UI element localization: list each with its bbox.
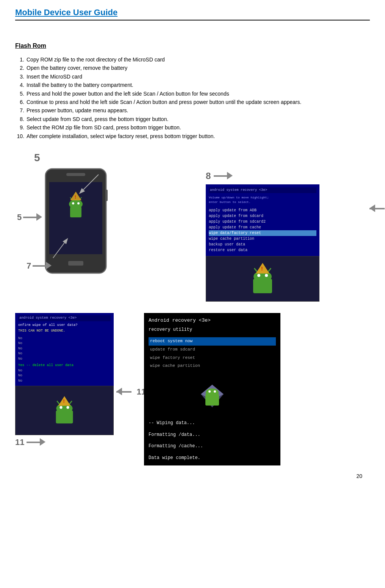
instruction-item-4: 4. Install the battery to the battery co… bbox=[15, 81, 370, 89]
android-recovery-screen: Android recovery <3e> recovery utility r… bbox=[144, 313, 280, 465]
svg-rect-2 bbox=[66, 173, 85, 176]
confirm-no-5: No bbox=[18, 357, 111, 362]
confirm-question: onfirm wipe of all user data? bbox=[18, 323, 111, 328]
recovery-item-7: backup user data bbox=[209, 242, 316, 247]
recovery-item-5-selected: wipe data/factory reset bbox=[209, 230, 316, 236]
recovery-item-1: apply update from ADB bbox=[209, 208, 316, 213]
svg-point-8 bbox=[77, 202, 80, 204]
android-recovery-subtitle: recovery utility bbox=[149, 326, 276, 333]
instruction-item-2: 2. Open the battery cover, remove the ba… bbox=[15, 64, 370, 72]
confirm-title: android system recovery <3e> bbox=[18, 315, 111, 321]
recovery-screen-top: android system recovery <3e> Volume up/d… bbox=[206, 184, 319, 256]
recovery-robot-svg: ! bbox=[244, 260, 282, 298]
recovery-item-8: restore user data bbox=[209, 247, 316, 253]
svg-text:!: ! bbox=[75, 195, 76, 200]
svg-point-6 bbox=[69, 200, 83, 209]
recovery-screen-wrapper: android system recovery <3e> Volume up/d… bbox=[206, 184, 370, 302]
phone-diagram-container: 5 5 bbox=[15, 152, 191, 278]
confirm-no-6: No bbox=[18, 368, 111, 374]
recovery-title: android system recovery <3e> bbox=[209, 187, 316, 193]
recovery-item-3: apply update from sdcard2 bbox=[209, 219, 316, 225]
android-recovery-item-4: wipe cache partition bbox=[149, 362, 276, 370]
arrow-11-bottom bbox=[27, 439, 45, 446]
svg-point-37 bbox=[208, 390, 211, 393]
step-8-indicator: 8 bbox=[206, 171, 370, 181]
instruction-item-8: 8. Select update from SD card, press the… bbox=[15, 115, 370, 123]
final-robot-area bbox=[149, 383, 276, 413]
svg-rect-4 bbox=[105, 190, 108, 201]
arrow-7 bbox=[33, 262, 52, 270]
page-number: 20 bbox=[15, 473, 370, 479]
instruction-item-10: 10. After complete installation, select … bbox=[15, 132, 370, 140]
svg-rect-3 bbox=[68, 261, 83, 266]
android-recovery-title: Android recovery <3e> bbox=[149, 317, 276, 325]
images-row-1: 5 5 bbox=[15, 152, 370, 302]
svg-text:!: ! bbox=[63, 399, 64, 404]
android-recovery-item-1: reboot system now bbox=[149, 337, 276, 346]
svg-point-27 bbox=[59, 406, 62, 409]
android-recovery-container: Android recovery <3e> recovery utility r… bbox=[136, 313, 370, 465]
wiping-line-3: Formatting /cache... bbox=[149, 442, 276, 450]
confirm-yes: Yes -- delete all user data bbox=[18, 363, 111, 368]
instruction-item-7: 7. Press power button, update menu appea… bbox=[15, 106, 370, 115]
confirm-no-7: No bbox=[18, 373, 111, 379]
step-8-label: 8 bbox=[206, 171, 211, 181]
step-10-indicator: 10 bbox=[369, 203, 385, 214]
android-recovery-item-2: update from sdcard bbox=[149, 346, 276, 354]
android-recovery-item-3: wipe factory reset bbox=[149, 354, 276, 362]
arrow-11-right bbox=[116, 388, 135, 396]
recovery-item-6: wipe cache partition bbox=[209, 236, 316, 242]
phone-image: 5 bbox=[38, 167, 114, 278]
confirm-warning: THIS CAN NOT BE UNDONE. bbox=[18, 329, 111, 334]
confirm-no-1: No bbox=[18, 336, 111, 341]
svg-line-30 bbox=[69, 401, 72, 404]
arrow-8 bbox=[214, 172, 233, 180]
step-5-top-label: 5 bbox=[34, 152, 40, 164]
recovery-item-2: apply update from sdcard bbox=[209, 213, 316, 219]
section-title: Flash Rom bbox=[15, 42, 370, 49]
confirm-no-8: No bbox=[18, 379, 111, 384]
svg-text:!: ! bbox=[261, 266, 263, 272]
svg-point-28 bbox=[66, 406, 69, 409]
arrow-10 bbox=[369, 205, 385, 212]
step-11-bottom-label: 11 bbox=[15, 437, 24, 447]
instruction-item-3: 3. Insert the MicroSD card bbox=[15, 72, 370, 81]
svg-point-7 bbox=[72, 202, 74, 204]
step-5-label: 5 bbox=[17, 212, 22, 222]
phone-svg: ! bbox=[38, 167, 114, 277]
instructions-list: 1. Copy ROM zip file to the root directo… bbox=[15, 55, 370, 140]
final-robot-svg bbox=[193, 383, 231, 413]
step-7-label: 7 bbox=[27, 261, 31, 271]
confirm-robot-area: ! bbox=[15, 386, 114, 435]
confirm-no-4: No bbox=[18, 351, 111, 357]
step-7-left-indicator: 7 bbox=[27, 261, 52, 271]
wiping-line-2: Formatting /data... bbox=[149, 431, 276, 439]
svg-line-21 bbox=[254, 268, 257, 272]
images-row-2: android system recovery <3e> onfirm wipe… bbox=[15, 313, 370, 465]
confirm-robot-svg: ! bbox=[47, 393, 81, 428]
step-5-left-indicator: 5 bbox=[17, 212, 42, 222]
wiping-line-1: -- Wiping data... bbox=[149, 419, 276, 427]
recovery-subtitle: Volume up/down to move highlight;enter b… bbox=[209, 195, 316, 204]
svg-point-38 bbox=[214, 390, 216, 393]
confirm-no-2: No bbox=[18, 341, 111, 346]
confirm-no-3: No bbox=[18, 346, 111, 352]
svg-line-22 bbox=[268, 268, 271, 272]
instruction-item-9: 9. Select the ROM zip file from SD card,… bbox=[15, 123, 370, 132]
confirm-screen: android system recovery <3e> onfirm wipe… bbox=[15, 313, 114, 386]
svg-point-36 bbox=[206, 388, 219, 397]
step-11-bottom-indicator: 11 bbox=[15, 437, 125, 447]
wiping-line-4: Data wipe complete. bbox=[149, 454, 276, 462]
recovery-screen-container: 8 android system recovery <3e> Volume up… bbox=[206, 152, 370, 302]
arrow-5 bbox=[23, 214, 42, 221]
page-title: Mobile Device User Guide bbox=[15, 8, 370, 20]
instruction-item-5: 5. Press and hold the power button and t… bbox=[15, 90, 370, 98]
svg-point-20 bbox=[265, 274, 268, 277]
recovery-robot-area: ! bbox=[206, 256, 319, 302]
instruction-item-6: 6. Continue to press and hold the left s… bbox=[15, 98, 370, 106]
svg-point-19 bbox=[257, 274, 260, 277]
instruction-item-1: 1. Copy ROM zip file to the root directo… bbox=[15, 55, 370, 64]
recovery-item-4: apply update from cache bbox=[209, 225, 316, 230]
svg-line-29 bbox=[57, 401, 59, 404]
confirm-screen-container: android system recovery <3e> onfirm wipe… bbox=[15, 313, 125, 447]
